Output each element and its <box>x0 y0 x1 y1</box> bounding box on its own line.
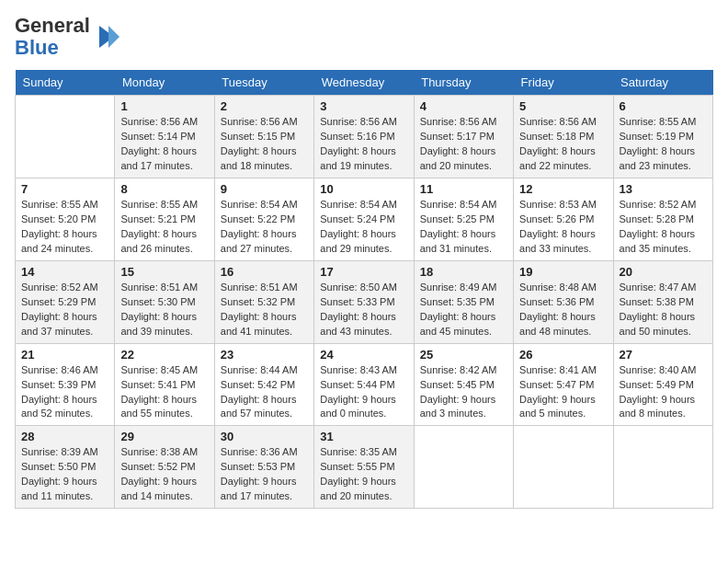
header-day-tuesday: Tuesday <box>214 70 313 96</box>
logo-general-text: General <box>15 14 90 37</box>
svg-marker-1 <box>108 26 119 48</box>
calendar-week-row: 14 Sunrise: 8:52 AMSunset: 5:29 PMDaylig… <box>16 260 713 343</box>
day-number: 2 <box>221 99 308 113</box>
calendar-cell: 15 Sunrise: 8:51 AMSunset: 5:30 PMDaylig… <box>115 260 214 343</box>
calendar-cell: 21 Sunrise: 8:46 AMSunset: 5:39 PMDaylig… <box>16 343 115 426</box>
day-info: Sunrise: 8:51 AMSunset: 5:30 PMDaylight:… <box>120 282 198 337</box>
day-number: 18 <box>420 265 507 279</box>
day-info: Sunrise: 8:39 AMSunset: 5:50 PMDaylight:… <box>21 446 98 501</box>
calendar-header-row: SundayMondayTuesdayWednesdayThursdayFrid… <box>16 70 713 96</box>
day-number: 17 <box>320 265 407 279</box>
day-number: 3 <box>320 99 407 113</box>
day-number: 7 <box>21 182 108 196</box>
calendar-cell: 18 Sunrise: 8:49 AMSunset: 5:35 PMDaylig… <box>414 260 513 343</box>
calendar-cell: 3 Sunrise: 8:56 AMSunset: 5:16 PMDayligh… <box>314 96 414 178</box>
calendar-cell: 7 Sunrise: 8:55 AMSunset: 5:20 PMDayligh… <box>16 178 115 261</box>
calendar-cell: 16 Sunrise: 8:51 AMSunset: 5:32 PMDaylig… <box>214 260 313 343</box>
calendar-cell <box>16 96 115 178</box>
day-info: Sunrise: 8:56 AMSunset: 5:15 PMDaylight:… <box>221 116 298 171</box>
day-info: Sunrise: 8:50 AMSunset: 5:33 PMDaylight:… <box>320 282 397 337</box>
header-day-friday: Friday <box>514 70 613 96</box>
calendar-cell: 1 Sunrise: 8:56 AMSunset: 5:14 PMDayligh… <box>115 96 214 178</box>
day-info: Sunrise: 8:43 AMSunset: 5:44 PMDaylight:… <box>320 364 397 419</box>
day-info: Sunrise: 8:51 AMSunset: 5:32 PMDaylight:… <box>221 282 298 337</box>
logo: General Blue <box>15 15 121 59</box>
day-number: 19 <box>519 265 607 279</box>
day-number: 20 <box>620 265 707 279</box>
calendar-cell: 11 Sunrise: 8:54 AMSunset: 5:25 PMDaylig… <box>414 178 513 261</box>
day-info: Sunrise: 8:56 AMSunset: 5:17 PMDaylight:… <box>420 116 497 171</box>
header-day-wednesday: Wednesday <box>314 70 414 96</box>
calendar-cell: 4 Sunrise: 8:56 AMSunset: 5:17 PMDayligh… <box>414 96 513 178</box>
calendar-cell: 5 Sunrise: 8:56 AMSunset: 5:18 PMDayligh… <box>514 96 613 178</box>
day-info: Sunrise: 8:52 AMSunset: 5:28 PMDaylight:… <box>620 199 697 254</box>
calendar-cell <box>613 426 712 509</box>
day-info: Sunrise: 8:55 AMSunset: 5:21 PMDaylight:… <box>120 199 198 254</box>
calendar-cell: 17 Sunrise: 8:50 AMSunset: 5:33 PMDaylig… <box>314 260 414 343</box>
day-info: Sunrise: 8:55 AMSunset: 5:20 PMDaylight:… <box>21 199 98 254</box>
day-info: Sunrise: 8:54 AMSunset: 5:24 PMDaylight:… <box>320 199 397 254</box>
calendar-cell: 9 Sunrise: 8:54 AMSunset: 5:22 PMDayligh… <box>214 178 313 261</box>
day-info: Sunrise: 8:54 AMSunset: 5:22 PMDaylight:… <box>221 199 298 254</box>
header-day-thursday: Thursday <box>414 70 513 96</box>
day-number: 12 <box>519 182 607 196</box>
calendar-cell: 2 Sunrise: 8:56 AMSunset: 5:15 PMDayligh… <box>214 96 313 178</box>
day-info: Sunrise: 8:49 AMSunset: 5:35 PMDaylight:… <box>420 282 497 337</box>
day-number: 30 <box>221 430 308 443</box>
calendar-cell: 19 Sunrise: 8:48 AMSunset: 5:36 PMDaylig… <box>514 260 613 343</box>
day-number: 11 <box>420 182 507 196</box>
day-info: Sunrise: 8:47 AMSunset: 5:38 PMDaylight:… <box>620 282 697 337</box>
calendar-cell: 20 Sunrise: 8:47 AMSunset: 5:38 PMDaylig… <box>613 260 712 343</box>
header-day-sunday: Sunday <box>16 70 115 96</box>
day-number: 28 <box>21 430 108 443</box>
calendar-cell: 28 Sunrise: 8:39 AMSunset: 5:50 PMDaylig… <box>16 426 115 509</box>
day-number: 16 <box>221 265 308 279</box>
day-number: 21 <box>21 348 108 362</box>
calendar-cell: 26 Sunrise: 8:41 AMSunset: 5:47 PMDaylig… <box>514 343 613 426</box>
calendar-week-row: 28 Sunrise: 8:39 AMSunset: 5:50 PMDaylig… <box>16 426 713 509</box>
calendar-cell: 10 Sunrise: 8:54 AMSunset: 5:24 PMDaylig… <box>314 178 414 261</box>
day-number: 10 <box>320 182 407 196</box>
calendar-cell <box>514 426 613 509</box>
day-info: Sunrise: 8:53 AMSunset: 5:26 PMDaylight:… <box>519 199 597 254</box>
day-info: Sunrise: 8:54 AMSunset: 5:25 PMDaylight:… <box>420 199 497 254</box>
day-info: Sunrise: 8:36 AMSunset: 5:53 PMDaylight:… <box>221 446 298 501</box>
day-info: Sunrise: 8:56 AMSunset: 5:16 PMDaylight:… <box>320 116 397 171</box>
day-info: Sunrise: 8:38 AMSunset: 5:52 PMDaylight:… <box>120 446 198 501</box>
calendar-table: SundayMondayTuesdayWednesdayThursdayFrid… <box>15 70 713 509</box>
day-number: 27 <box>620 348 707 362</box>
calendar-cell: 29 Sunrise: 8:38 AMSunset: 5:52 PMDaylig… <box>115 426 214 509</box>
day-info: Sunrise: 8:48 AMSunset: 5:36 PMDaylight:… <box>519 282 597 337</box>
day-number: 9 <box>221 182 308 196</box>
calendar-week-row: 7 Sunrise: 8:55 AMSunset: 5:20 PMDayligh… <box>16 178 713 261</box>
calendar-cell: 30 Sunrise: 8:36 AMSunset: 5:53 PMDaylig… <box>214 426 313 509</box>
calendar-cell: 13 Sunrise: 8:52 AMSunset: 5:28 PMDaylig… <box>613 178 712 261</box>
calendar-cell: 23 Sunrise: 8:44 AMSunset: 5:42 PMDaylig… <box>214 343 313 426</box>
calendar-cell: 25 Sunrise: 8:42 AMSunset: 5:45 PMDaylig… <box>414 343 513 426</box>
calendar-cell: 6 Sunrise: 8:55 AMSunset: 5:19 PMDayligh… <box>613 96 712 178</box>
day-number: 31 <box>320 430 407 443</box>
day-number: 13 <box>620 182 707 196</box>
calendar-cell: 31 Sunrise: 8:35 AMSunset: 5:55 PMDaylig… <box>314 426 414 509</box>
calendar-week-row: 1 Sunrise: 8:56 AMSunset: 5:14 PMDayligh… <box>16 96 713 178</box>
calendar-week-row: 21 Sunrise: 8:46 AMSunset: 5:39 PMDaylig… <box>16 343 713 426</box>
header-day-saturday: Saturday <box>613 70 712 96</box>
calendar-cell: 24 Sunrise: 8:43 AMSunset: 5:44 PMDaylig… <box>314 343 414 426</box>
calendar-cell <box>414 426 513 509</box>
day-number: 26 <box>519 348 607 362</box>
day-info: Sunrise: 8:56 AMSunset: 5:18 PMDaylight:… <box>519 116 597 171</box>
day-number: 8 <box>120 182 208 196</box>
day-info: Sunrise: 8:35 AMSunset: 5:55 PMDaylight:… <box>320 446 397 501</box>
day-info: Sunrise: 8:46 AMSunset: 5:39 PMDaylight:… <box>21 364 98 419</box>
day-number: 24 <box>320 348 407 362</box>
day-info: Sunrise: 8:40 AMSunset: 5:49 PMDaylight:… <box>620 364 697 419</box>
day-number: 22 <box>120 348 208 362</box>
day-info: Sunrise: 8:52 AMSunset: 5:29 PMDaylight:… <box>21 282 98 337</box>
day-number: 1 <box>120 99 208 113</box>
day-info: Sunrise: 8:55 AMSunset: 5:19 PMDaylight:… <box>620 116 697 171</box>
day-number: 5 <box>519 99 607 113</box>
calendar-cell: 12 Sunrise: 8:53 AMSunset: 5:26 PMDaylig… <box>514 178 613 261</box>
day-number: 23 <box>221 348 308 362</box>
calendar-cell: 8 Sunrise: 8:55 AMSunset: 5:21 PMDayligh… <box>115 178 214 261</box>
calendar-cell: 22 Sunrise: 8:45 AMSunset: 5:41 PMDaylig… <box>115 343 214 426</box>
